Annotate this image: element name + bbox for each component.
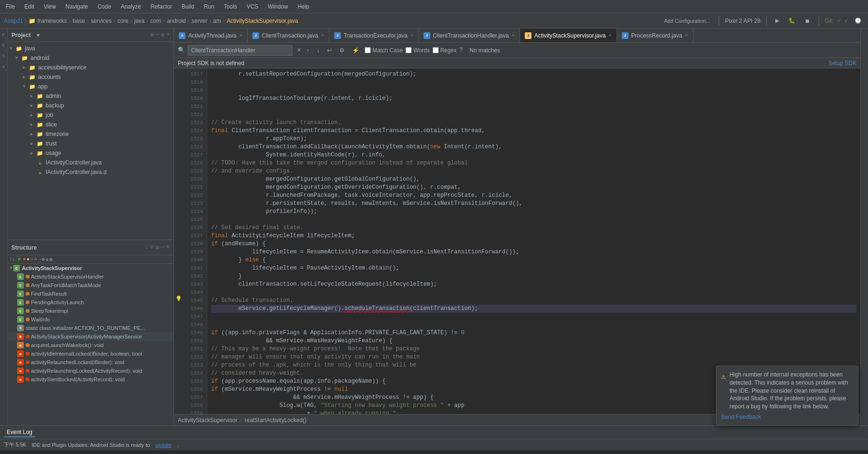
- find-words-checkbox[interactable]: [405, 47, 412, 53]
- slice-arrow[interactable]: ▶: [30, 122, 36, 127]
- accounts-arrow[interactable]: ▶: [23, 74, 29, 80]
- notif-send-feedback-link[interactable]: Send Feedback: [721, 414, 853, 420]
- menu-window[interactable]: Window: [266, 2, 290, 11]
- tab-clienttransaction[interactable]: J ClientTransaction.java ×: [248, 29, 329, 43]
- project-tool-icon[interactable]: P: [0, 30, 7, 40]
- accessibility-arrow[interactable]: ▶: [23, 65, 29, 70]
- struct-row-activityidle[interactable]: m activityIdleInternalLocked(IBinder, bo…: [8, 349, 174, 358]
- struct-row-handler[interactable]: C ActivityStackSupervisorHandler: [8, 272, 174, 281]
- struct-row-relaunching[interactable]: m activityRelaunchingLocked(ActivityReco…: [8, 367, 174, 375]
- tree-android[interactable]: ▼ 📁 android: [8, 53, 174, 63]
- menu-vcs[interactable]: VCS: [245, 2, 260, 11]
- tab-transactionexecutor[interactable]: J TransactionExecutor.java ×: [329, 29, 419, 43]
- android-arrow[interactable]: ▼: [15, 56, 21, 61]
- struct-tool-sort2[interactable]: ⇅: [46, 257, 48, 262]
- struct-tool-arrow[interactable]: →: [38, 257, 41, 262]
- project-dropdown[interactable]: ▼: [36, 32, 41, 38]
- tree-admin[interactable]: ▶ 📁 admin: [8, 91, 174, 101]
- struct-row-findtask[interactable]: C FindTaskResult: [8, 290, 174, 298]
- find-help-icon[interactable]: ?: [460, 47, 463, 54]
- resource-manager-icon[interactable]: R: [0, 41, 7, 50]
- panel-settings-icon[interactable]: ⚙: [150, 31, 154, 39]
- struct-row-pending[interactable]: C PendingActivityLaunch: [8, 298, 174, 307]
- structure-tool-icon[interactable]: S: [0, 51, 7, 61]
- tree-backup[interactable]: ▶ 📁 backup: [8, 101, 174, 110]
- tab-activitystacksupervisor[interactable]: J ActivityStackSupervisor.java ×: [520, 29, 617, 43]
- tree-job[interactable]: ▶ 📁 job: [8, 110, 174, 120]
- run-button[interactable]: ▶: [772, 17, 782, 25]
- status-update-link[interactable]: update: [155, 442, 172, 448]
- tree-accounts[interactable]: ▶ 📁 accounts: [8, 72, 174, 82]
- job-arrow[interactable]: ▶: [30, 112, 36, 118]
- stop-button[interactable]: ⏹: [802, 17, 813, 25]
- tab-close-activitystacksupervisor[interactable]: ×: [608, 33, 612, 39]
- panel-gear-icon[interactable]: ⚙: [161, 31, 164, 39]
- menu-build[interactable]: Build: [180, 2, 196, 11]
- find-regex-option[interactable]: Regex: [433, 47, 457, 54]
- struct-row-constructor[interactable]: M ActivityStackSupervisor(ActivityManage…: [8, 332, 174, 341]
- struct-row-silentlocked[interactable]: m activitySlentIlocked(ActivityRecord): …: [8, 375, 174, 384]
- tab-event-log[interactable]: Event Log: [4, 428, 35, 437]
- menu-code[interactable]: Code: [96, 2, 113, 11]
- tab-processrecord[interactable]: J ProcessRecord.java ×: [617, 29, 694, 43]
- usage-arrow[interactable]: ▶: [30, 150, 36, 156]
- favorites-icon[interactable]: ★: [0, 62, 7, 71]
- find-input[interactable]: [188, 45, 292, 56]
- struct-row-static[interactable]: S static class initializer ACTION_TO_RUN…: [8, 324, 174, 332]
- tree-accessibilityservice[interactable]: ▶ 📁 accessibilityservice: [8, 63, 174, 72]
- tab-activitythread[interactable]: J ActivityThread.java ×: [174, 29, 248, 43]
- tab-close-activitythread[interactable]: ×: [239, 33, 242, 39]
- lamp-icon[interactable]: 💡: [175, 296, 182, 302]
- struct-tool-green[interactable]: ●: [16, 256, 22, 262]
- find-regex-checkbox[interactable]: [433, 47, 439, 53]
- trust-arrow[interactable]: ▶: [30, 141, 36, 146]
- struct-tool-filter[interactable]: ⚙: [42, 257, 45, 262]
- tree-trust[interactable]: ▶ 📁 trust: [8, 139, 174, 148]
- find-matchcase-checkbox[interactable]: [365, 47, 371, 53]
- struct-row-acquire[interactable]: m acquireLaunchWakelock(): void: [8, 341, 174, 349]
- add-configuration-button[interactable]: Add Configuration...: [661, 17, 713, 25]
- menu-refactor[interactable]: Refactor: [149, 2, 174, 11]
- struct-row-sleeptoken[interactable]: C SleepTokenImpl: [8, 307, 174, 315]
- tree-java[interactable]: ▼ 📁 java: [8, 44, 174, 53]
- tree-iactivity2[interactable]: ▶ ☕ IActivityController.java.d: [8, 167, 174, 177]
- tree-timezone[interactable]: ▶ 📁 timezone: [8, 129, 174, 139]
- find-words-option[interactable]: Words: [405, 47, 429, 54]
- gutter-1545[interactable]: 💡: [174, 295, 183, 303]
- struct-group-icon[interactable]: ≡: [150, 244, 154, 251]
- menu-edit[interactable]: Edit: [22, 2, 36, 11]
- menu-tools[interactable]: Tools: [222, 2, 239, 11]
- struct-tool-red[interactable]: ●: [30, 257, 33, 262]
- struct-tool-expand[interactable]: ⊞: [49, 257, 52, 262]
- panel-collapse-icon[interactable]: —: [155, 31, 159, 39]
- tab-close-processrecord[interactable]: ×: [685, 33, 688, 39]
- menu-help[interactable]: Help: [296, 2, 311, 11]
- menu-analyze[interactable]: Analyze: [119, 2, 143, 11]
- tab-close-clienttransaction[interactable]: ×: [321, 33, 324, 39]
- menu-navigate[interactable]: Navigate: [64, 2, 90, 11]
- find-filter-button[interactable]: ⚡: [350, 46, 362, 55]
- find-nav-up-button[interactable]: ↑: [304, 46, 311, 55]
- backup-arrow[interactable]: ▶: [30, 103, 36, 108]
- tab-close-transactionexecutor[interactable]: ×: [410, 33, 414, 39]
- struct-tool-orange[interactable]: ●: [23, 257, 26, 262]
- find-wrap-button[interactable]: ↩: [325, 46, 334, 55]
- git-clock-button[interactable]: 🕐: [852, 17, 864, 25]
- struct-collapse-icon[interactable]: —: [161, 244, 164, 251]
- menu-file[interactable]: File: [4, 2, 17, 11]
- app-arrow[interactable]: ▼: [23, 84, 29, 89]
- struct-tool-blue[interactable]: A: [34, 257, 37, 262]
- java-arrow[interactable]: ▼: [10, 46, 15, 51]
- find-options-button[interactable]: ⚙: [337, 46, 347, 55]
- admin-arrow[interactable]: ▶: [30, 93, 36, 99]
- find-nav-down-button[interactable]: ↓: [314, 46, 322, 55]
- struct-settings-icon[interactable]: ⚙: [155, 244, 159, 251]
- menu-view[interactable]: View: [42, 2, 58, 11]
- struct-row-main-class[interactable]: C ActivityStackSupervisor: [8, 264, 174, 272]
- struct-tool-1[interactable]: ↑↓: [10, 257, 15, 262]
- struct-close-icon[interactable]: ×: [166, 244, 170, 251]
- struct-row-relaunched[interactable]: m activityRelaunchedLocked(IBinder): voi…: [8, 358, 174, 367]
- tree-slice[interactable]: ▶ 📁 slice: [8, 120, 174, 129]
- tree-iactivity[interactable]: ▶ ☕ IActivityController.java: [8, 158, 174, 167]
- panel-close-icon[interactable]: ×: [166, 31, 170, 39]
